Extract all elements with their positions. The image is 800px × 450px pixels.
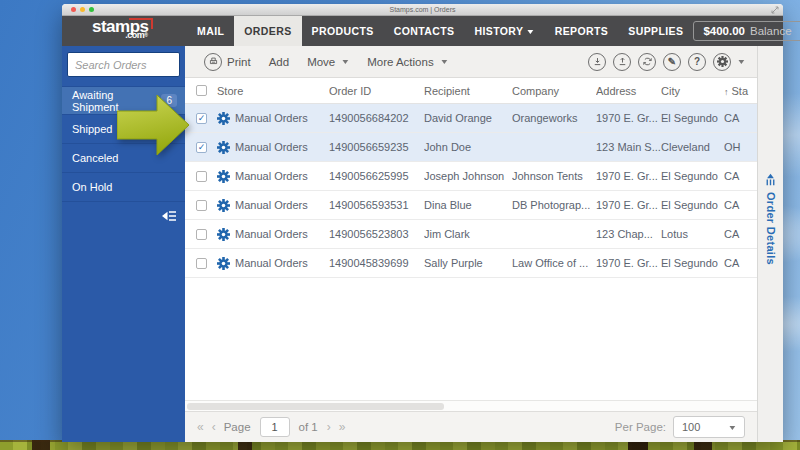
sidebar-item-awaiting-shipment[interactable]: Awaiting Shipment6 xyxy=(62,86,185,115)
column-header-order-id[interactable]: Order ID xyxy=(329,85,424,97)
row-checkbox[interactable] xyxy=(196,171,207,182)
gear-icon xyxy=(217,112,230,125)
nav-item-supplies[interactable]: SUPPLIES xyxy=(618,16,693,46)
move-dropdown[interactable]: Move ▼ xyxy=(298,56,358,68)
more-actions-dropdown[interactable]: More Actions ▼ xyxy=(358,56,456,68)
close-window-button[interactable] xyxy=(71,7,76,12)
table-row[interactable]: Manual Orders 1490045839699 Sally Purple… xyxy=(185,249,757,278)
nav-item-contacts[interactable]: CONTACTS xyxy=(384,16,465,46)
first-page-button[interactable]: « xyxy=(197,420,203,434)
settings-icon[interactable] xyxy=(713,53,731,71)
table-row[interactable]: ✓ Manual Orders 1490056659235 John Doe 1… xyxy=(185,133,757,162)
nav-item-products[interactable]: PRODUCTS xyxy=(302,16,384,46)
last-page-button[interactable]: » xyxy=(339,420,345,434)
table-row[interactable]: Manual Orders 1490056523803 Jim Clark 12… xyxy=(185,220,757,249)
add-button[interactable]: Add xyxy=(260,56,298,68)
zoom-window-button[interactable] xyxy=(89,7,94,12)
gear-icon xyxy=(217,141,230,154)
row-checkbox[interactable]: ✓ xyxy=(196,113,207,124)
edit-icon[interactable]: ✎ xyxy=(663,53,681,71)
table-header: Store Order ID Recipient Company Address… xyxy=(185,78,757,104)
printer-icon xyxy=(204,53,222,71)
cell-company: Law Office of ... xyxy=(512,257,596,269)
table-row[interactable]: Manual Orders 1490056625995 Joseph Johns… xyxy=(185,162,757,191)
count-badge: 6 xyxy=(161,94,177,107)
add-label: Add xyxy=(269,56,289,68)
pagination-bar: « ‹ Page of 1 › » Per Page: 100 ▼ xyxy=(185,411,757,442)
nav-item-history[interactable]: HISTORY▼ xyxy=(464,16,544,46)
nav-item-reports[interactable]: REPORTS xyxy=(545,16,619,46)
nav-item-orders[interactable]: ORDERS xyxy=(234,16,301,46)
stamps-logo[interactable]: stamps .com® xyxy=(62,20,187,42)
row-checkbox[interactable] xyxy=(196,229,207,240)
order-details-tab[interactable]: Order Details xyxy=(757,46,783,442)
column-header-store[interactable]: Store xyxy=(217,85,329,97)
orders-panel: Print Add Move ▼ More Actions ▼ xyxy=(185,46,757,442)
row-checkbox[interactable] xyxy=(196,200,207,211)
per-page-select[interactable]: 100 ▼ xyxy=(673,416,745,438)
table-row[interactable]: Manual Orders 1490056593531 Dina Blue DB… xyxy=(185,191,757,220)
balance-dropdown[interactable]: $400.00 Balance ▼ xyxy=(693,21,800,41)
scrollbar-thumb[interactable] xyxy=(187,403,444,410)
sync-icon[interactable] xyxy=(638,53,656,71)
print-button[interactable]: Print xyxy=(195,53,260,71)
cell-company: DB Photograp... xyxy=(512,199,596,211)
cell-city: El Segundo xyxy=(661,257,724,269)
chevron-down-icon: ▼ xyxy=(526,28,536,35)
gear-icon xyxy=(217,170,230,183)
sidebar-item-canceled[interactable]: Canceled xyxy=(62,144,185,173)
sidebar-item-on-hold[interactable]: On Hold xyxy=(62,173,185,202)
row-checkbox[interactable] xyxy=(196,258,207,269)
window-titlebar[interactable]: Stamps.com | Orders xyxy=(62,4,783,16)
gear-icon xyxy=(217,199,230,212)
cell-order-id: 1490056523803 xyxy=(329,228,424,240)
cell-city: El Segundo xyxy=(661,170,724,182)
cell-address: 1970 E. Gr... xyxy=(596,112,661,124)
help-icon[interactable]: ? xyxy=(688,53,706,71)
import-icon[interactable] xyxy=(588,53,606,71)
sidebar-item-shipped[interactable]: Shipped xyxy=(62,115,185,144)
store-name: Manual Orders xyxy=(235,228,308,240)
nav-item-mail[interactable]: MAIL xyxy=(187,16,234,46)
cell-store: Manual Orders xyxy=(217,228,329,241)
store-name: Manual Orders xyxy=(235,170,308,182)
export-icon[interactable] xyxy=(613,53,631,71)
chevron-down-icon: ▼ xyxy=(341,58,351,65)
cell-city: Cleveland xyxy=(661,141,724,153)
sidebar-item-label: On Hold xyxy=(72,181,112,193)
row-checkbox[interactable]: ✓ xyxy=(196,142,207,153)
cell-recipient: Sally Purple xyxy=(424,257,512,269)
next-page-button[interactable]: › xyxy=(327,420,330,434)
nav-item-label: HISTORY xyxy=(474,25,523,37)
page-number-input[interactable] xyxy=(260,417,290,437)
minimize-window-button[interactable] xyxy=(80,7,85,12)
registered-mark: ® xyxy=(144,32,147,38)
cell-store: Manual Orders xyxy=(217,141,329,154)
nav-item-label: REPORTS xyxy=(555,25,609,37)
store-name: Manual Orders xyxy=(235,257,308,269)
collapse-sidebar-icon xyxy=(161,210,177,222)
sidebar-collapse-button[interactable] xyxy=(62,202,185,229)
nav-item-label: ORDERS xyxy=(244,25,291,37)
column-header-recipient[interactable]: Recipient xyxy=(424,85,512,97)
column-header-address[interactable]: Address xyxy=(596,85,661,97)
table-row[interactable]: ✓ Manual Orders 1490056684202 David Oran… xyxy=(185,104,757,133)
cell-order-id: 1490056659235 xyxy=(329,141,424,153)
column-header-city[interactable]: City xyxy=(661,85,724,97)
settings-chevron-icon[interactable]: ▼ xyxy=(737,58,747,65)
cell-order-id: 1490056625995 xyxy=(329,170,424,182)
column-header-company[interactable]: Company xyxy=(512,85,596,97)
cell-address: 123 Main S... xyxy=(596,141,661,153)
cell-address: 123 Chap... xyxy=(596,228,661,240)
store-name: Manual Orders xyxy=(235,199,308,211)
horizontal-scrollbar[interactable] xyxy=(185,400,757,411)
cell-state: CA xyxy=(724,257,757,269)
prev-page-button[interactable]: ‹ xyxy=(212,420,215,434)
cell-company: Johnson Tents xyxy=(512,170,596,182)
sort-asc-icon: ↑ xyxy=(724,87,729,97)
search-input[interactable] xyxy=(67,52,180,77)
select-all-checkbox[interactable] xyxy=(196,85,207,96)
sidebar-item-label: Awaiting Shipment xyxy=(72,89,161,113)
logo-red-bracket xyxy=(129,18,153,29)
column-header-state[interactable]: ↑Sta xyxy=(724,85,757,97)
